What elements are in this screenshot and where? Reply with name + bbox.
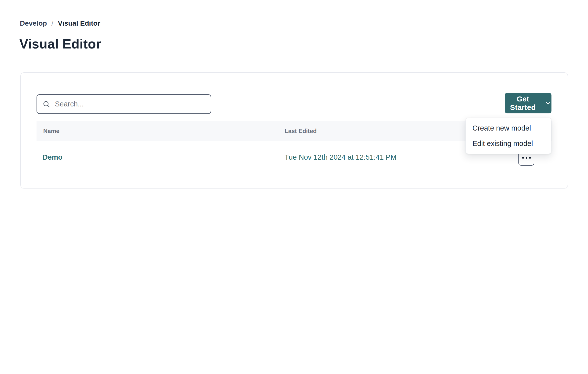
breadcrumb-develop[interactable]: Develop xyxy=(20,19,47,27)
page-title: Visual Editor xyxy=(19,36,101,51)
menu-item-edit-existing-model[interactable]: Edit existing model xyxy=(466,136,551,151)
get-started-menu: Create new model Edit existing model xyxy=(465,118,551,154)
get-started-button[interactable]: Get Started xyxy=(505,93,551,113)
breadcrumb: Develop / Visual Editor xyxy=(20,19,100,27)
breadcrumb-separator: / xyxy=(51,19,53,27)
model-link-demo[interactable]: Demo xyxy=(42,153,63,161)
search-box xyxy=(37,94,211,114)
ellipsis-icon xyxy=(522,157,531,159)
search-icon xyxy=(42,100,50,108)
visual-editor-page: Develop / Visual Editor Visual Editor Ge… xyxy=(0,0,588,374)
column-header-name: Name xyxy=(43,128,59,135)
get-started-label: Get Started xyxy=(505,95,541,112)
column-header-last-edited: Last Edited xyxy=(285,128,317,135)
breadcrumb-visual-editor: Visual Editor xyxy=(58,19,100,27)
chevron-down-icon xyxy=(545,100,551,106)
search-input[interactable] xyxy=(50,95,211,113)
menu-item-create-new-model[interactable]: Create new model xyxy=(466,120,551,136)
last-edited-value: Tue Nov 12th 2024 at 12:51:41 PM xyxy=(285,153,396,161)
